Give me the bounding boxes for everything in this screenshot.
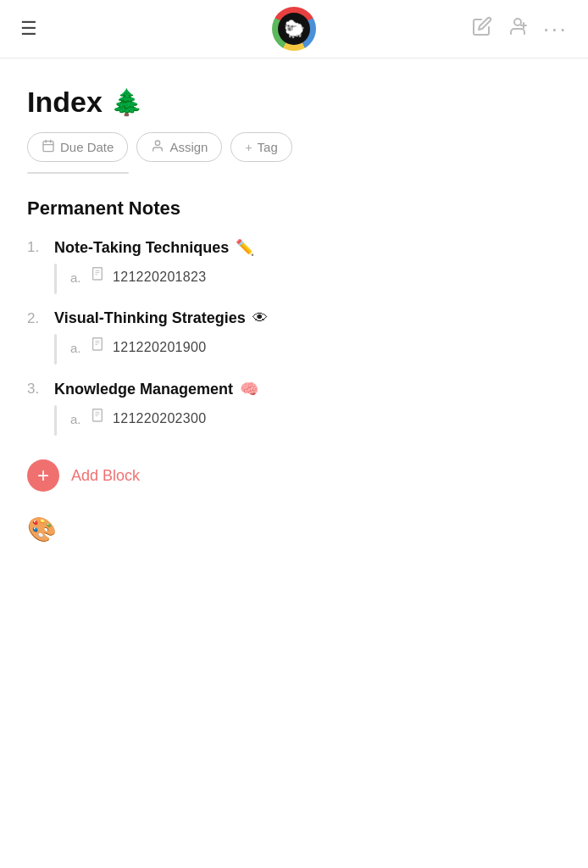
document-icon [91, 409, 106, 429]
item-title: Knowledge Management [54, 381, 233, 398]
sub-item[interactable]: a. 121220202300 [70, 405, 206, 432]
item-number: 1. [27, 239, 47, 256]
svg-point-0 [514, 19, 521, 25]
page-title-emoji: 🌲 [111, 87, 142, 117]
plus-icon: + [37, 465, 49, 486]
notes-list: 1. Note-Taking Techniques ✏️ a. [27, 238, 561, 436]
sub-item[interactable]: a. 121220201823 [70, 264, 206, 291]
due-date-button[interactable]: Due Date [27, 132, 128, 162]
svg-rect-12 [93, 338, 103, 350]
tag-button[interactable]: + Tag [230, 132, 291, 162]
sub-border [54, 264, 57, 294]
page-content: Index 🌲 Due Date Assign [0, 58, 588, 570]
section-heading: Permanent Notes [27, 198, 561, 220]
svg-rect-8 [93, 268, 103, 280]
item-emoji: 🧠 [240, 380, 258, 398]
document-icon [91, 267, 106, 287]
sub-border [54, 405, 57, 436]
edit-icon[interactable] [472, 16, 492, 42]
header-left: ☰ [20, 19, 37, 38]
add-block-label[interactable]: Add Block [71, 467, 140, 485]
item-emoji: 👁 [252, 309, 268, 327]
list-item-header[interactable]: 2. Visual-Thinking Strategies 👁 [27, 309, 561, 327]
page-title: Index [27, 86, 103, 119]
add-block-row[interactable]: + Add Block [27, 459, 561, 492]
assign-label: Assign [169, 140, 208, 154]
action-buttons: Due Date Assign + Tag [27, 132, 561, 162]
svg-point-7 [156, 141, 160, 145]
svg-rect-16 [93, 409, 103, 421]
sub-letter: a. [70, 341, 84, 355]
sub-border [54, 334, 57, 364]
more-options-icon[interactable]: ··· [543, 15, 568, 42]
calendar-icon [42, 139, 55, 155]
sub-item-container: a. 121220202300 [27, 405, 561, 436]
due-date-label: Due Date [60, 140, 114, 154]
tag-plus-icon: + [245, 141, 252, 154]
app-header: ☰ 🐑 ··· [0, 0, 588, 58]
sub-text: 121220202300 [113, 411, 206, 426]
palette-icon[interactable]: 🎨 [27, 515, 561, 543]
header-right: ··· [472, 15, 568, 42]
section-divider [27, 172, 129, 174]
item-title: Visual-Thinking Strategies [54, 309, 246, 327]
logo-face-icon: 🐑 [284, 20, 305, 37]
sub-text: 121220201823 [113, 270, 206, 285]
tag-label: Tag [258, 140, 278, 154]
item-title: Note-Taking Techniques [54, 239, 229, 257]
list-item-header[interactable]: 3. Knowledge Management 🧠 [27, 380, 561, 398]
assign-person-icon [151, 139, 164, 155]
document-icon [91, 337, 106, 358]
page-title-row: Index 🌲 [27, 86, 561, 119]
app-logo: 🐑 [272, 7, 316, 51]
hamburger-menu-icon[interactable]: ☰ [20, 19, 37, 38]
list-item: 3. Knowledge Management 🧠 a. [27, 380, 561, 436]
svg-rect-3 [43, 142, 53, 152]
sub-text: 121220201900 [113, 340, 206, 355]
assign-button[interactable]: Assign [136, 132, 222, 162]
add-user-icon[interactable] [508, 16, 528, 42]
item-emoji: ✏️ [236, 238, 254, 257]
sub-letter: a. [70, 412, 84, 426]
sub-item-container: a. 121220201900 [27, 334, 561, 364]
add-block-button[interactable]: + [27, 459, 59, 492]
list-item-header[interactable]: 1. Note-Taking Techniques ✏️ [27, 238, 561, 257]
sub-item-container: a. 121220201823 [27, 264, 561, 294]
list-item: 1. Note-Taking Techniques ✏️ a. [27, 238, 561, 294]
item-number: 3. [27, 381, 47, 398]
item-number: 2. [27, 310, 47, 327]
sub-item[interactable]: a. 121220201900 [70, 334, 206, 361]
logo-inner: 🐑 [278, 13, 310, 45]
logo-circle: 🐑 [272, 7, 316, 51]
sub-letter: a. [70, 270, 84, 285]
list-item: 2. Visual-Thinking Strategies 👁 a. [27, 309, 561, 364]
